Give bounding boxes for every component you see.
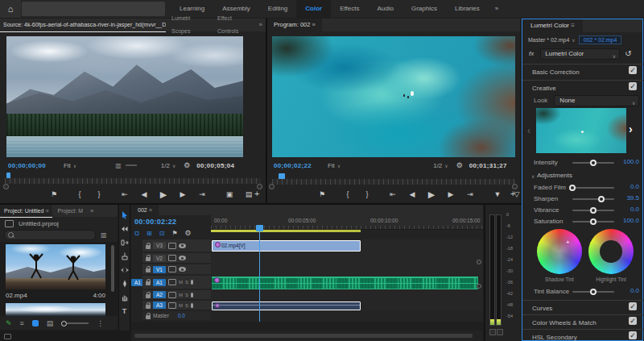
tab-editing[interactable]: Editing (259, 0, 296, 18)
track-target-a1[interactable]: A1 (153, 279, 166, 286)
clip-audio-music[interactable] (212, 277, 478, 289)
play-icon[interactable]: ▶ (422, 187, 441, 202)
insert-icon[interactable]: ▣ (220, 187, 239, 202)
track-target-v2[interactable]: V2 (153, 255, 166, 262)
track-target-a3[interactable]: A3 (153, 301, 166, 309)
track-header-v3[interactable]: V3 (142, 239, 211, 252)
nested-sequence-icon[interactable]: ⊡ (159, 230, 165, 237)
lumetri-section-curves[interactable]: Curves ✓ (522, 300, 643, 315)
tab-sequence-002[interactable]: 002 ≡ (131, 205, 159, 215)
source-scrub-bar[interactable] (5, 178, 261, 184)
timeline-marker-icon[interactable]: ⚑ (171, 230, 177, 237)
look-preview-thumbnail[interactable] (536, 108, 626, 153)
saturation-slider[interactable] (572, 221, 614, 222)
color-wheels-checkbox[interactable]: ✓ (629, 317, 637, 325)
track-header-master[interactable]: Master 0.0 (142, 311, 211, 321)
track-header-a3[interactable]: A3 M S (142, 301, 211, 310)
project-view-toggle-icon[interactable]: ▥ (101, 231, 107, 239)
track-target-v1[interactable]: V1 (153, 266, 166, 273)
hand-tool[interactable] (118, 290, 130, 304)
mute-button[interactable]: M (179, 280, 183, 285)
timeline-settings-icon[interactable]: ⚙ (185, 229, 192, 237)
project-item-caption[interactable]: 02.mp4 4:00 (6, 291, 105, 300)
source-video-frame[interactable] (6, 36, 243, 157)
search-input[interactable] (4, 230, 96, 240)
solo-button[interactable]: S (185, 303, 188, 308)
source-settings-icon[interactable]: ⚙ (184, 161, 190, 169)
project-item-thumbnail-2[interactable] (6, 303, 105, 316)
lumetri-section-creative[interactable]: Creative ✓ (522, 80, 643, 95)
sharpen-value[interactable]: 39.5 (615, 194, 639, 202)
voiceover-mic-icon[interactable] (191, 280, 193, 285)
thumb-zoom-slider[interactable] (61, 322, 89, 324)
source-panel-plus-icon[interactable]: + (254, 189, 259, 198)
mark-in-icon[interactable]: { (338, 187, 357, 202)
sharpen-slider[interactable] (572, 198, 614, 200)
sync-lock-icon[interactable] (168, 266, 176, 272)
curves-checkbox[interactable]: ✓ (629, 302, 637, 310)
sync-lock-icon[interactable] (168, 292, 176, 298)
basic-correction-checkbox[interactable]: ✓ (629, 66, 637, 74)
lock-icon[interactable] (146, 257, 151, 261)
lumetri-clip-tab[interactable]: 002 * 02.mp4 (579, 35, 622, 44)
program-scrub-bar[interactable] (272, 179, 515, 185)
lumetri-section-hsl[interactable]: HSL Secondary ✓ (522, 329, 643, 341)
source-mid-slider[interactable] (126, 164, 137, 166)
pen-tool[interactable] (118, 277, 130, 290)
adjustments-header[interactable]: ∨ Adjustments (522, 171, 642, 181)
track-visibility-icon[interactable] (179, 243, 186, 248)
tab-lumetri-color[interactable]: Lumetri Color ≡ (522, 19, 583, 32)
project-tab-overflow-icon[interactable]: » (88, 205, 96, 217)
mark-out-icon[interactable]: } (357, 187, 377, 202)
lock-icon[interactable] (146, 305, 151, 309)
lumetri-section-color-wheels[interactable]: Color Wheels & Match ✓ (522, 314, 643, 330)
writable-pencil-icon[interactable]: ✎ (6, 319, 12, 327)
meter-solo-button[interactable] (497, 329, 503, 335)
slider-knob[interactable] (590, 289, 597, 295)
tab-source-clip[interactable]: Source: 4k-60fps-aerial-of-athabasca-riv… (0, 19, 166, 32)
tab-effect-controls[interactable]: Effect Controls (212, 12, 255, 38)
mark-out-icon[interactable]: } (89, 187, 109, 202)
program-settings-icon[interactable]: ⚙ (456, 161, 463, 169)
clip-video-02mp4[interactable]: 02.mp4[V] (212, 240, 361, 252)
snap-icon[interactable]: Ω (134, 230, 139, 237)
freeform-view-icon[interactable]: ▤ (47, 319, 54, 327)
source-resolution-dropdown[interactable]: 1/2∨ (161, 162, 176, 169)
slider-knob[interactable] (598, 196, 605, 202)
track-lane-v2[interactable] (211, 253, 483, 265)
go-to-in-icon[interactable]: ⇤ (115, 187, 134, 202)
track-lane-v1[interactable] (211, 264, 483, 277)
voiceover-mic-icon[interactable] (191, 293, 193, 297)
program-panel-plus-icon[interactable]: + (510, 189, 515, 198)
tint-balance-value[interactable]: 0.0 (615, 287, 639, 294)
vibrance-value[interactable]: 0.0 (615, 206, 639, 213)
project-item-thumbnail[interactable] (6, 244, 105, 289)
shadow-tint-wheel[interactable]: + (537, 229, 582, 274)
list-view-icon[interactable]: ≡ (20, 319, 24, 327)
tab-audio[interactable]: Audio (369, 0, 402, 18)
hsl-secondary-checkbox[interactable]: ✓ (629, 331, 637, 339)
track-header-v1[interactable]: V1 (142, 264, 211, 275)
timeline-ruler[interactable]: 00:00 00:00:05:00 00:00:10:00 00:00:15:0… (211, 215, 483, 230)
track-visibility-icon[interactable] (179, 256, 186, 260)
track-target-a2[interactable]: A2 (153, 291, 166, 298)
lumetri-section-basic[interactable]: Basic Correction ✓ (522, 64, 643, 79)
source-fit-dropdown[interactable]: Fit∨ (64, 162, 76, 169)
saturation-value[interactable]: 100.0 (615, 217, 639, 224)
meter-mute-button[interactable] (489, 329, 496, 335)
go-to-out-icon[interactable]: ⇥ (192, 187, 212, 202)
tab-project-m[interactable]: Project: M (52, 205, 88, 217)
track-select-tool[interactable] (118, 222, 130, 235)
faded-film-slider[interactable] (572, 187, 614, 189)
look-dropdown[interactable]: None∨ (554, 95, 639, 106)
reset-effect-icon[interactable]: ↺ (625, 49, 631, 58)
track-visibility-icon[interactable] (179, 267, 186, 272)
timeline-v-scroll-handle-bottom[interactable] (477, 284, 481, 289)
tab-lumetri-scopes[interactable]: Lumetri Scopes (166, 12, 212, 38)
lock-icon[interactable] (146, 281, 151, 285)
track-header-a2[interactable]: A2 M S (142, 290, 211, 300)
work-area-bar[interactable] (211, 230, 361, 232)
program-fit-dropdown[interactable]: Fit∨ (328, 162, 341, 169)
faded-film-value[interactable]: 0.0 (615, 183, 639, 190)
source-zoom-handle-left[interactable] (3, 184, 9, 189)
